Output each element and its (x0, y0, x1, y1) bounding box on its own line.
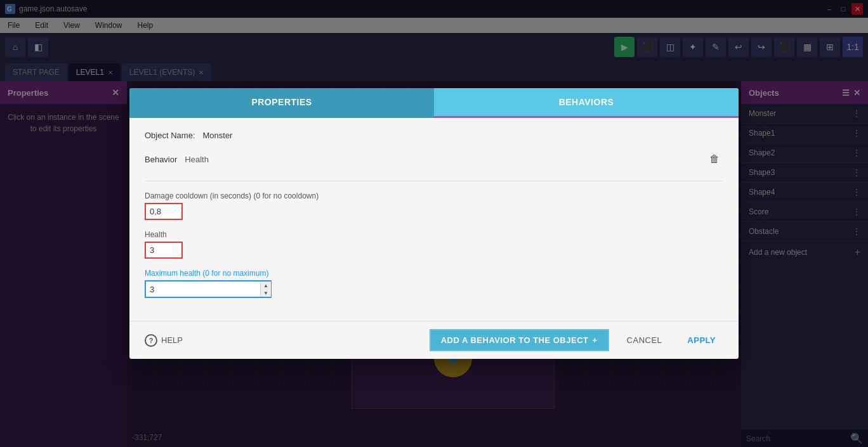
object-name-label: Object Name: (145, 131, 195, 140)
divider1 (145, 181, 723, 181)
add-behavior-button[interactable]: ADD A BEHAVIOR TO THE OBJECT + (430, 329, 609, 351)
max-health-spinner: ▲ ▼ (260, 282, 271, 297)
health-input[interactable] (145, 242, 183, 259)
max-health-input[interactable] (146, 282, 260, 297)
behavior-label: Behavior (145, 155, 177, 164)
add-behavior-label: ADD A BEHAVIOR TO THE OBJECT (441, 335, 589, 345)
help-button[interactable]: ? HELP (145, 334, 183, 347)
modal-footer: ? HELP ADD A BEHAVIOR TO THE OBJECT + CA… (129, 321, 739, 359)
add-behavior-plus-icon: + (593, 335, 598, 345)
modal-tab-properties[interactable]: PROPERTIES (129, 88, 434, 118)
modal-overlay: PROPERTIES BEHAVIORS Object Name: Monste… (0, 0, 868, 447)
max-health-field: Maximum health (0 for no maximum) ▲ ▼ (145, 269, 723, 298)
cancel-label: CANCEL (627, 335, 662, 345)
health-label: Health (145, 230, 723, 239)
max-health-input-wrapper: ▲ ▼ (145, 280, 272, 298)
max-health-decrement[interactable]: ▼ (261, 289, 271, 297)
help-icon: ? (145, 334, 157, 347)
modal-tabs: PROPERTIES BEHAVIORS (129, 88, 739, 118)
max-health-label: Maximum health (0 for no maximum) (145, 269, 723, 278)
behavior-name: Health (185, 155, 698, 164)
apply-button[interactable]: APPLY (680, 332, 723, 349)
damage-cooldown-field: Damage cooldown (in seconds) (0 for no c… (145, 191, 723, 220)
modal-body: Object Name: Monster Behavior Health 🗑 D… (129, 118, 739, 321)
damage-cooldown-label: Damage cooldown (in seconds) (0 for no c… (145, 191, 723, 200)
object-name-value: Monster (202, 131, 232, 140)
cancel-button[interactable]: CANCEL (619, 332, 670, 349)
footer-right: ADD A BEHAVIOR TO THE OBJECT + CANCEL AP… (430, 329, 723, 351)
damage-cooldown-input[interactable] (145, 203, 183, 220)
apply-label: APPLY (687, 335, 716, 345)
health-field: Health (145, 230, 723, 259)
object-name-row: Object Name: Monster (145, 131, 723, 140)
delete-behavior-button[interactable]: 🗑 (706, 150, 723, 168)
modal-tab-behaviors[interactable]: BEHAVIORS (434, 88, 739, 118)
behavior-row: Behavior Health 🗑 (145, 150, 723, 168)
max-health-increment[interactable]: ▲ (261, 282, 271, 289)
properties-modal: PROPERTIES BEHAVIORS Object Name: Monste… (129, 88, 739, 359)
help-label: HELP (161, 335, 183, 345)
